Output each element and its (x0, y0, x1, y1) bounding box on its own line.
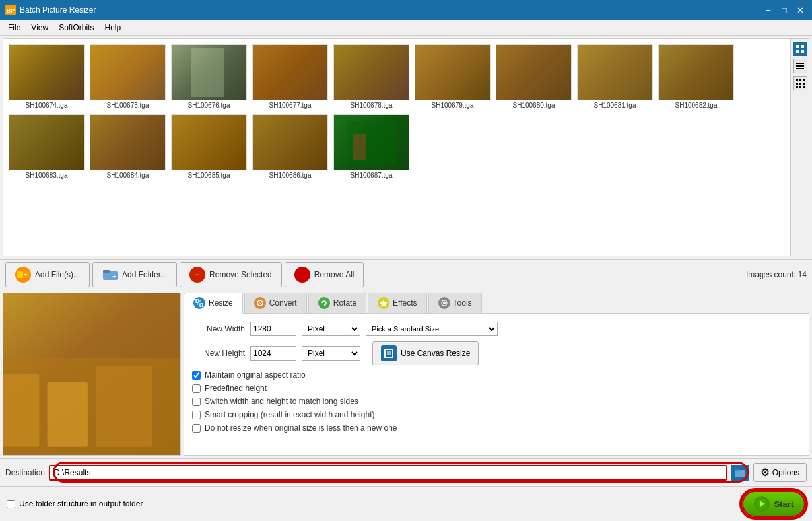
standard-size-select[interactable]: Pick a Standard Size (366, 322, 498, 336)
no-resize-checkbox[interactable] (192, 424, 201, 433)
view-large-btn[interactable] (793, 42, 807, 56)
tab-convert[interactable]: Convert (244, 293, 307, 313)
menu-help[interactable]: Help (100, 22, 127, 34)
gallery-thumb-2[interactable]: SH100675.tga (90, 44, 166, 109)
svg-rect-7 (334, 44, 409, 100)
switch-sides-label[interactable]: Switch width and height to match long si… (205, 397, 358, 406)
status-bar: Use folder structure in output folder St… (0, 486, 812, 521)
gallery-thumb-12[interactable]: SH100685.tga (171, 114, 247, 179)
use-folder-checkbox[interactable] (7, 500, 15, 508)
thumb-label-13: SH100686.tga (269, 172, 312, 179)
thumb-image-6 (415, 44, 491, 100)
gallery-thumb-1[interactable]: SH100674.tga (9, 44, 85, 109)
use-canvas-button[interactable]: Use Canvas Resize (372, 341, 479, 365)
view-controls (791, 38, 809, 256)
svg-rect-47 (3, 374, 39, 447)
gallery-thumb-4[interactable]: SH100677.tga (252, 44, 328, 109)
tab-effects-label: Effects (393, 298, 417, 308)
add-folder-button[interactable]: + Add Folder... (92, 262, 177, 287)
thumb-label-8: SH100681.tga (594, 102, 636, 109)
title-bar-left: BP Batch Picture Resizer (5, 5, 96, 15)
smart-crop-checkbox[interactable] (192, 411, 201, 419)
gallery-thumb-13[interactable]: SH100686.tga (252, 114, 328, 179)
add-folder-label: Add Folder... (122, 270, 167, 279)
width-unit-select[interactable]: Pixel Percent Centimeter Inch (302, 322, 360, 336)
gallery-wrapper: SH100674.tga SH100675.tga SH100676.tga S… (3, 38, 809, 256)
menu-view[interactable]: View (26, 22, 53, 34)
maximize-button[interactable]: □ (778, 3, 791, 17)
thumb-label-4: SH100677.tga (269, 102, 312, 109)
height-unit-select[interactable]: Pixel Percent Centimeter Inch (302, 346, 360, 361)
remove-selected-button[interactable]: − Remove Selected (180, 262, 282, 287)
height-input[interactable] (250, 346, 296, 361)
menu-file[interactable]: File (3, 22, 26, 34)
destination-input[interactable] (49, 465, 727, 481)
svg-text:+: + (24, 271, 27, 278)
main-container: SH100674.tga SH100675.tga SH100676.tga S… (0, 36, 812, 521)
tab-rotate[interactable]: Rotate (308, 293, 366, 313)
images-count: Images count: 14 (746, 270, 807, 279)
tab-tools[interactable]: Tools (428, 293, 482, 313)
svg-rect-49 (96, 366, 152, 447)
tab-effects[interactable]: Effects (368, 293, 426, 313)
thumb-label-12: SH100685.tga (188, 172, 230, 179)
close-button[interactable]: ✕ (794, 3, 807, 17)
svg-rect-26 (796, 79, 798, 81)
predefined-height-label[interactable]: Predefined height (205, 384, 267, 393)
maintain-aspect-checkbox[interactable] (192, 371, 201, 380)
svg-rect-29 (796, 83, 798, 85)
gallery-thumb-9[interactable]: SH100682.tga (658, 44, 734, 109)
gallery-thumb-7[interactable]: SH100680.tga (496, 44, 572, 109)
new-width-label: New Width (192, 324, 245, 333)
width-input[interactable] (250, 322, 296, 336)
predefined-height-checkbox[interactable] (192, 384, 201, 393)
add-files-button[interactable]: + Add File(s)... (5, 262, 90, 287)
thumb-label-1: SH100674.tga (26, 102, 68, 109)
svg-rect-39 (103, 270, 110, 273)
view-grid-btn[interactable] (793, 76, 807, 90)
start-button[interactable]: Start (742, 491, 805, 517)
no-resize-label[interactable]: Do not resize when original size is less… (205, 423, 397, 433)
menu-softorbits[interactable]: SoftOrbits (53, 22, 99, 34)
remove-all-button[interactable]: Remove All (285, 262, 364, 287)
destination-label: Destination (5, 468, 45, 477)
gallery-thumb-11[interactable]: SH100684.tga (90, 114, 166, 179)
gallery-thumb-8[interactable]: SH100681.tga (577, 44, 653, 109)
gallery-thumb-6[interactable]: SH100679.tga (415, 44, 491, 109)
svg-rect-9 (496, 44, 571, 100)
gallery-thumb-3[interactable]: SH100676.tga (171, 44, 247, 109)
gallery-thumb-5[interactable]: SH100678.tga (333, 44, 409, 109)
maintain-aspect-label[interactable]: Maintain original aspect ratio (205, 370, 306, 380)
remove-selected-icon: − (189, 267, 205, 283)
svg-rect-23 (796, 63, 804, 64)
gallery-thumb-14[interactable]: SH100687.tga (333, 114, 409, 179)
tab-resize[interactable]: Resize (184, 293, 243, 314)
options-button[interactable]: ⚙ Options (753, 463, 807, 482)
smart-crop-label[interactable]: Smart cropping (result in exact width an… (205, 410, 374, 419)
bottom-panel: Resize Convert Rotate (0, 290, 812, 458)
start-label: Start (774, 499, 794, 509)
gallery-thumb-10[interactable]: SH100683.tga (9, 114, 85, 179)
switch-sides-checkbox[interactable] (192, 398, 201, 406)
thumb-label-2: SH100675.tga (107, 102, 149, 109)
svg-rect-5 (191, 48, 224, 97)
switch-sides-row: Switch width and height to match long si… (192, 397, 801, 406)
app-icon: BP (5, 5, 16, 15)
app-title: Batch Picture Resizer (20, 5, 96, 15)
preview-image (3, 293, 180, 455)
thumb-image-10 (9, 114, 85, 170)
destination-browse-button[interactable] (731, 465, 749, 481)
thumb-label-14: SH100687.tga (351, 172, 393, 179)
thumb-label-11: SH100684.tga (107, 172, 149, 179)
svg-rect-27 (799, 79, 801, 81)
no-resize-row: Do not resize when original size is less… (192, 423, 801, 433)
svg-text:+: + (112, 273, 116, 280)
thumb-image-3 (171, 44, 247, 100)
minimize-button[interactable]: − (762, 3, 775, 17)
toolbar: + Add File(s)... + Add Folder... − Remov… (0, 259, 812, 290)
use-folder-label[interactable]: Use folder structure in output folder (19, 499, 143, 508)
view-list-btn[interactable] (793, 59, 807, 73)
tab-resize-label: Resize (209, 298, 233, 308)
svg-rect-31 (803, 83, 805, 85)
new-height-label: New Height (192, 349, 245, 358)
